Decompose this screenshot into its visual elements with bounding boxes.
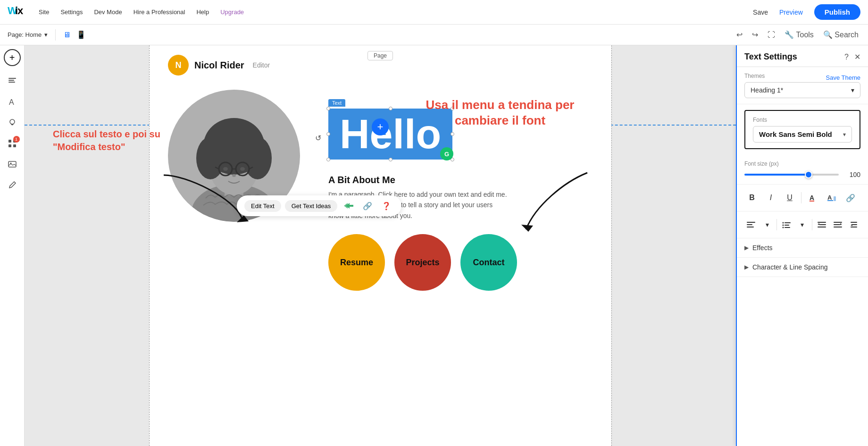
effects-expand-icon: ▶ [744, 244, 749, 251]
redo-button[interactable]: ↪ [750, 28, 760, 41]
svg-text:A: A [810, 194, 814, 202]
page-name: Page: Home [8, 31, 42, 38]
reset-icon[interactable]: ↺ [315, 134, 321, 143]
svg-rect-9 [8, 144, 11, 147]
nav-site[interactable]: Site [39, 8, 49, 16]
link-format-icon[interactable]: 🔗 [843, 190, 858, 205]
fonts-section: Fonts Work Sans Semi Bold ▾ [744, 110, 860, 149]
rtl-button[interactable] [847, 217, 860, 232]
tools-button[interactable]: 🔧 Tools [783, 28, 816, 41]
help-icon[interactable]: ❓ [379, 198, 394, 213]
list-unordered-button[interactable] [780, 217, 793, 232]
grammarly-icon: G [440, 147, 453, 160]
svg-point-43 [782, 227, 784, 228]
nav-help[interactable]: Help [196, 8, 209, 16]
text-color-icon[interactable]: A [805, 190, 820, 205]
svg-text:A: A [827, 194, 832, 201]
font-size-label: Font size (px) [744, 160, 860, 167]
page-selector[interactable]: Page: Home ▾ [8, 31, 48, 38]
indent-increase-button[interactable] [815, 217, 828, 232]
list-chevron-icon[interactable]: ▾ [796, 217, 809, 232]
svg-text:A: A [9, 98, 14, 106]
format-divider-3 [812, 219, 812, 230]
sidebar-media-icon[interactable] [3, 155, 22, 174]
nav-dev-mode[interactable]: Dev Mode [94, 8, 122, 16]
align-chevron-icon[interactable]: ▾ [760, 217, 774, 232]
contact-button[interactable]: Contact [460, 234, 517, 291]
profile-role: Editor [253, 61, 270, 69]
add-section-button[interactable]: + [372, 118, 389, 135]
svg-rect-44 [785, 227, 790, 228]
effects-section[interactable]: ▶ Effects [737, 238, 868, 258]
format-divider-1 [801, 192, 801, 203]
preview-button[interactable]: Preview [779, 8, 803, 16]
search-button[interactable]: 🔍 Search [821, 28, 860, 41]
text-settings-panel: Text Settings ? ✕ Themes Save Theme Head… [736, 45, 868, 446]
text-highlight-icon[interactable]: A [824, 190, 839, 205]
nav-settings[interactable]: Settings [60, 8, 83, 16]
instruction-right: Usa il menu a tendina per cambiare il fo… [425, 97, 576, 128]
resume-button[interactable]: Resume [328, 234, 385, 291]
fonts-label: Fonts [753, 117, 852, 123]
edit-text-button[interactable]: Edit Text [244, 200, 281, 212]
page-left-border [149, 45, 150, 446]
link-icon[interactable]: 🔗 [360, 198, 375, 213]
svg-rect-49 [834, 222, 842, 223]
undo-button[interactable]: ↩ [734, 28, 744, 41]
svg-rect-37 [747, 224, 752, 225]
font-size-value: 100 [843, 171, 860, 178]
get-text-ideas-button[interactable]: Get Text Ideas [285, 200, 338, 212]
help-panel-icon[interactable]: ? [844, 53, 849, 61]
nav-hire-professional[interactable]: Hire a Professional [134, 8, 185, 16]
alignment-section: ▾ ▾ [737, 211, 868, 238]
panel-title: Text Settings [744, 52, 797, 62]
svg-text:ix: ix [15, 6, 24, 16]
save-button[interactable]: Save [753, 8, 768, 16]
projects-button[interactable]: Projects [394, 234, 451, 291]
svg-rect-47 [818, 227, 826, 227]
fonts-dropdown[interactable]: Work Sans Semi Bold ▾ [753, 126, 852, 143]
desktop-icon[interactable]: 🖥 [63, 31, 71, 39]
indent-decrease-button[interactable] [831, 217, 844, 232]
handle-ml [326, 132, 330, 136]
panel-actions: ? ✕ [844, 52, 860, 61]
svg-rect-35 [834, 196, 836, 201]
publish-button[interactable]: Publish [814, 4, 860, 20]
sidebar-typography-icon[interactable]: A [3, 93, 22, 111]
svg-marker-30 [521, 225, 533, 232]
fit-screen-button[interactable]: ⛶ [766, 29, 777, 41]
bold-button[interactable]: B [744, 190, 760, 205]
svg-rect-53 [851, 222, 857, 223]
svg-marker-56 [851, 224, 852, 226]
themes-section: Themes Save Theme Heading 1* ▾ [737, 67, 868, 104]
svg-rect-51 [834, 227, 842, 227]
sidebar-color-icon[interactable] [3, 113, 22, 132]
top-navigation: W ix Site Settings Dev Mode Hire a Profe… [0, 0, 868, 25]
underline-button[interactable]: U [782, 190, 797, 205]
font-size-row: 100 [744, 171, 860, 178]
font-size-slider[interactable] [744, 174, 839, 176]
ai-icon[interactable] [341, 198, 356, 213]
italic-button[interactable]: I [763, 190, 778, 205]
save-theme-link[interactable]: Save Theme [826, 74, 860, 81]
nav-upgrade[interactable]: Upgrade [220, 8, 244, 16]
svg-rect-50 [834, 224, 840, 225]
arrow-right [517, 168, 601, 234]
sidebar-apps-icon[interactable] [3, 134, 22, 153]
slider-thumb[interactable] [805, 171, 812, 178]
svg-rect-2 [8, 78, 16, 79]
svg-marker-52 [840, 223, 842, 225]
mobile-icon[interactable]: 📱 [76, 30, 86, 39]
canvas-area[interactable]: Page + N Nicol Rider Editor [25, 45, 736, 446]
align-left-button[interactable] [744, 217, 758, 232]
sidebar-blog-icon[interactable] [3, 72, 22, 91]
char-spacing-section[interactable]: ▶ Character & Line Spacing [737, 258, 868, 277]
chevron-down-icon[interactable]: ▾ [44, 31, 48, 38]
fonts-value: Work Sans Semi Bold [759, 130, 832, 138]
theme-dropdown[interactable]: Heading 1* ▾ [744, 82, 860, 98]
svg-rect-7 [8, 140, 11, 143]
handle-bm [389, 158, 392, 161]
add-element-button[interactable]: + [4, 49, 21, 66]
sidebar-pen-icon[interactable] [3, 176, 22, 194]
close-panel-icon[interactable]: ✕ [854, 52, 860, 61]
